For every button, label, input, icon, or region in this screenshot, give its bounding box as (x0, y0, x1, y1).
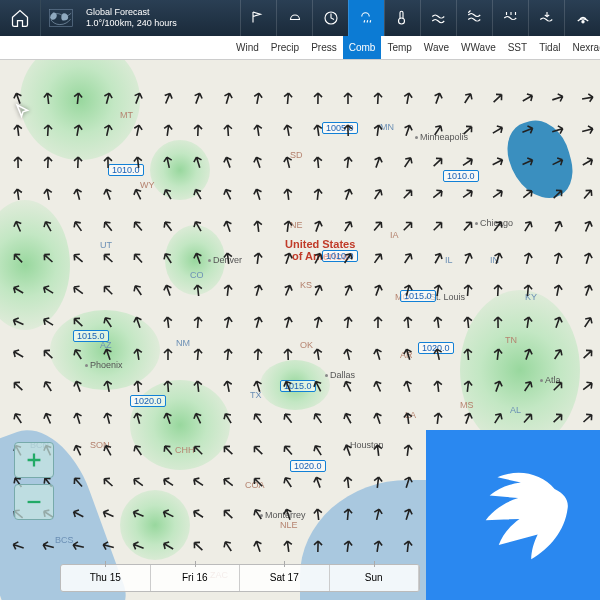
state-label: IA (390, 230, 399, 240)
state-label: LA (405, 410, 416, 420)
tool-icon-sst[interactable] (492, 0, 528, 36)
cursor-icon (14, 102, 32, 124)
tab-tidal[interactable]: Tidal (533, 36, 566, 59)
tab-comb[interactable]: Comb (343, 36, 382, 59)
tab-nexrad[interactable]: Nexrad (566, 36, 600, 59)
lake-michigan (501, 114, 580, 207)
timeline-day[interactable]: Thu 15 (61, 565, 151, 591)
state-label: NLE (280, 520, 298, 530)
tab-temp[interactable]: Temp (381, 36, 417, 59)
state-label: BCS (55, 535, 74, 545)
city-label: Denver (208, 255, 242, 265)
isobar-label: 1005.0 (322, 122, 358, 134)
state-label: COA (245, 480, 265, 490)
precip-blob (0, 200, 70, 330)
state-label: OK (300, 340, 313, 350)
svg-point-3 (581, 21, 583, 23)
isobar-label: 1020.0 (130, 395, 166, 407)
precip-blob (130, 380, 230, 470)
forecast-info: Global Forecast 1.0°/100km, 240 hours (80, 7, 183, 29)
state-label: AR (400, 350, 413, 360)
precip-blob (120, 490, 190, 560)
state-label: AL (510, 405, 521, 415)
region-selector[interactable] (40, 0, 80, 36)
tool-icon-press[interactable] (312, 0, 348, 36)
state-label: UT (100, 240, 112, 250)
tool-icon-nexrad[interactable] (564, 0, 600, 36)
tool-icon-wind[interactable] (240, 0, 276, 36)
state-label: MN (380, 122, 394, 132)
isobar-label: 1010.0 (322, 250, 358, 262)
state-label: CO (190, 270, 204, 280)
isobar-label: 1010.0 (108, 164, 144, 176)
state-label: SON (90, 440, 110, 450)
tool-icon-comb[interactable] (348, 0, 384, 36)
state-label: TN (505, 335, 517, 345)
precip-blob (150, 140, 210, 200)
home-button[interactable] (0, 0, 40, 36)
tab-precip[interactable]: Precip (265, 36, 305, 59)
timeline[interactable]: Thu 15Fri 16Sat 17Sun (60, 564, 420, 592)
state-label: SD (290, 150, 303, 160)
state-label: KY (525, 292, 537, 302)
timeline-day[interactable]: Sat 17 (240, 565, 330, 591)
map-canvas[interactable]: United Statesof America MTWYUTCOAZNMTXOK… (0, 60, 600, 600)
state-label: NM (176, 338, 190, 348)
city-label: Atla (540, 375, 561, 385)
isobar-label: 1020.0 (290, 460, 326, 472)
city-label: Phoenix (85, 360, 123, 370)
isobar-label: 1015.0 (400, 290, 436, 302)
precip-blob (50, 310, 160, 390)
tool-icon-temp[interactable] (384, 0, 420, 36)
state-label: WY (140, 180, 155, 190)
svg-point-2 (398, 18, 404, 24)
isobar-label: 1015.0 (280, 380, 316, 392)
city-label: Dallas (325, 370, 355, 380)
state-label: IL (445, 255, 453, 265)
city-label: Monterrey (260, 510, 306, 520)
state-label: KS (300, 280, 312, 290)
tool-icon-wave[interactable] (420, 0, 456, 36)
state-label: CHH (175, 445, 195, 455)
forecast-detail: 1.0°/100km, 240 hours (86, 18, 177, 29)
isobar-label: 1015.0 (73, 330, 109, 342)
tool-icon-tidal[interactable] (528, 0, 564, 36)
zoom-out-button[interactable] (14, 484, 54, 520)
city-label: Minneapolis (415, 132, 468, 142)
layer-tabs: WindPrecipPressCombTempWaveWWaveSSTTidal… (0, 36, 600, 60)
city-label: Houston (345, 440, 384, 450)
state-label: IN (490, 255, 499, 265)
state-label: TX (250, 390, 262, 400)
tab-wwave[interactable]: WWave (455, 36, 502, 59)
precip-blob (460, 290, 580, 450)
tool-icon-wwave[interactable] (456, 0, 492, 36)
timeline-day[interactable]: Fri 16 (151, 565, 241, 591)
tab-wind[interactable]: Wind (230, 36, 265, 59)
state-label: MT (120, 110, 133, 120)
city-label: Chicago (475, 218, 513, 228)
state-label: MS (460, 400, 474, 410)
app-logo (426, 430, 600, 600)
isobar-label: 1020.0 (418, 342, 454, 354)
forecast-title: Global Forecast (86, 7, 177, 18)
tab-wave[interactable]: Wave (418, 36, 455, 59)
timeline-day[interactable]: Sun (330, 565, 420, 591)
tool-icon-precip[interactable] (276, 0, 312, 36)
tab-press[interactable]: Press (305, 36, 343, 59)
zoom-in-button[interactable] (14, 442, 54, 478)
isobar-label: 1010.0 (443, 170, 479, 182)
state-label: NE (290, 220, 303, 230)
tab-sst[interactable]: SST (502, 36, 533, 59)
zoom-controls (14, 442, 54, 520)
